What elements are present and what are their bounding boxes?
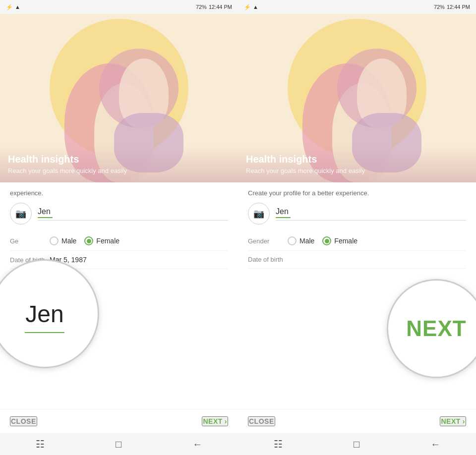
- hero-title-right: Health insights: [246, 154, 468, 165]
- back-icon-left[interactable]: ←: [192, 439, 202, 450]
- battery-percent-left: 72%: [196, 4, 207, 10]
- radio-female-right[interactable]: Female: [322, 236, 357, 245]
- hero-subtitle-left: Reach your goals more quickly and easily: [8, 167, 230, 174]
- camera-icon-left: 📷: [15, 208, 26, 219]
- dob-row-right: Date of birth: [248, 251, 466, 269]
- bluetooth-icon: ⚡: [6, 4, 13, 10]
- chevron-right-left: ›: [225, 417, 227, 425]
- gender-label-left: Ge: [10, 237, 50, 245]
- dob-value-left: Mar 5, 1987: [50, 256, 228, 264]
- gender-options-right: Male Female: [288, 236, 466, 245]
- camera-icon-right: 📷: [253, 208, 264, 219]
- wifi-icon: ▲: [15, 4, 20, 10]
- hero-text-right: Health insights Reach your goals more qu…: [238, 146, 476, 182]
- radio-label-female-left: Female: [96, 237, 119, 245]
- name-underline-right: [276, 217, 291, 218]
- avatar-right: 📷: [248, 203, 270, 225]
- radio-female-left[interactable]: Female: [84, 236, 119, 245]
- action-bar-left: CLOSE NEXT ›: [0, 409, 238, 433]
- next-button-left[interactable]: NEXT ›: [202, 416, 228, 426]
- form-intro-right: Create your profile for a better experie…: [248, 189, 466, 197]
- hero-text-left: Health insights Reach your goals more qu…: [0, 146, 238, 182]
- radio-circle-female-left: [84, 236, 93, 245]
- radio-label-female-right: Female: [334, 237, 357, 245]
- next-button-right[interactable]: NEXT ›: [440, 416, 466, 426]
- status-left-icons-right: ⚡ ▲: [244, 4, 258, 10]
- nav-bar-right: ☷ □ ←: [238, 433, 476, 455]
- form-intro-left: experience.: [10, 189, 228, 197]
- close-button-left[interactable]: CLOSE: [10, 416, 37, 426]
- gender-row-left: Ge Male Female: [10, 231, 228, 251]
- hero-subtitle-right: Reach your goals more quickly and easily: [246, 167, 468, 174]
- time-right: 12:44 PM: [447, 4, 470, 10]
- right-panel: ⚡ ▲ 72% 12:44 PM Health insights Reach y…: [238, 0, 476, 455]
- chevron-right-right: ›: [463, 417, 465, 425]
- status-right-info: 72% 12:44 PM: [196, 4, 232, 10]
- hero-left: Health insights Reach your goals more qu…: [0, 14, 238, 182]
- back-icon-right[interactable]: ←: [430, 439, 440, 450]
- status-left-icons: ⚡ ▲: [6, 4, 20, 10]
- next-label-left: NEXT: [203, 417, 222, 425]
- radio-circle-male-left: [50, 236, 59, 245]
- status-right-info-right: 72% 12:44 PM: [434, 4, 470, 10]
- battery-percent-right: 72%: [434, 4, 445, 10]
- status-bar-left: ⚡ ▲ 72% 12:44 PM: [0, 0, 238, 14]
- recent-icon-right[interactable]: ☷: [274, 438, 283, 450]
- avatar-left: 📷: [10, 203, 32, 225]
- name-field-left[interactable]: Jen: [38, 207, 228, 221]
- gender-row-right: Gender Male Female: [248, 231, 466, 251]
- hero-right: Health insights Reach your goals more qu…: [238, 14, 476, 182]
- close-button-right[interactable]: CLOSE: [248, 416, 275, 426]
- radio-label-male-right: Male: [299, 237, 314, 245]
- wifi-icon-right: ▲: [253, 4, 258, 10]
- action-bar-right: CLOSE NEXT ›: [238, 409, 476, 433]
- name-underline-left: [38, 217, 53, 218]
- next-label-right: NEXT: [441, 417, 460, 425]
- time-left: 12:44 PM: [209, 4, 232, 10]
- home-icon-right[interactable]: □: [354, 439, 359, 450]
- dob-label-right: Date of birth: [248, 256, 288, 263]
- left-panel: ⚡ ▲ 72% 12:44 PM Health insights Reach y…: [0, 0, 238, 455]
- gender-options-left: Male Female: [50, 236, 228, 245]
- radio-dot-female-left: [87, 239, 91, 243]
- radio-circle-female-right: [322, 236, 331, 245]
- nav-bar-left: ☷ □ ←: [0, 433, 238, 455]
- bluetooth-icon-right: ⚡: [244, 4, 251, 10]
- radio-male-right[interactable]: Male: [288, 236, 314, 245]
- radio-dot-female-right: [325, 239, 329, 243]
- zoom-name-text: Jen: [25, 300, 63, 328]
- radio-circle-male-right: [288, 236, 297, 245]
- name-field-right[interactable]: Jen: [276, 207, 466, 221]
- home-icon-left[interactable]: □: [116, 439, 121, 450]
- zoom-next-text: NEXT: [406, 316, 466, 341]
- name-value-right: Jen: [276, 207, 466, 216]
- gender-label-right: Gender: [248, 237, 288, 245]
- name-value-left: Jen: [38, 207, 228, 216]
- radio-male-left[interactable]: Male: [50, 236, 76, 245]
- hero-title-left: Health insights: [8, 154, 230, 165]
- profile-row-left: 📷 Jen: [10, 203, 228, 225]
- status-bar-right: ⚡ ▲ 72% 12:44 PM: [238, 0, 476, 14]
- profile-row-right: 📷 Jen: [248, 203, 466, 225]
- zoom-name-underline: [25, 332, 64, 333]
- radio-label-male-left: Male: [61, 237, 76, 245]
- recent-icon-left[interactable]: ☷: [36, 438, 45, 450]
